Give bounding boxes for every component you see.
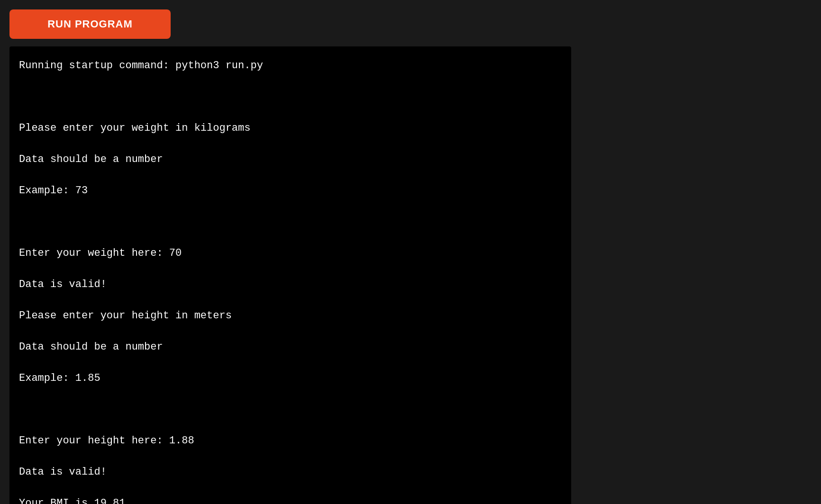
terminal-line: Data is valid! (19, 464, 562, 480)
terminal-line: Enter your weight here: 70 (19, 245, 562, 261)
terminal-line: Please enter your height in meters (19, 308, 562, 324)
terminal-line: Data is valid! (19, 277, 562, 292)
terminal-line (19, 402, 562, 417)
terminal-line: Enter your height here: 1.88 (19, 433, 562, 449)
terminal-line: Data should be a number (19, 339, 562, 355)
terminal-line: Please enter your weight in kilograms (19, 120, 562, 136)
terminal-line: Running startup command: python3 run.py (19, 58, 562, 73)
terminal-line (19, 89, 562, 105)
terminal: Running startup command: python3 run.py … (9, 46, 571, 504)
terminal-line: Data should be a number (19, 152, 562, 167)
terminal-line: Example: 1.85 (19, 370, 562, 386)
run-program-button[interactable]: RUN PROGRAM (9, 9, 171, 39)
terminal-line: Your BMI is 19.81 (19, 495, 562, 504)
terminal-line (19, 214, 562, 230)
terminal-line: Example: 73 (19, 183, 562, 198)
